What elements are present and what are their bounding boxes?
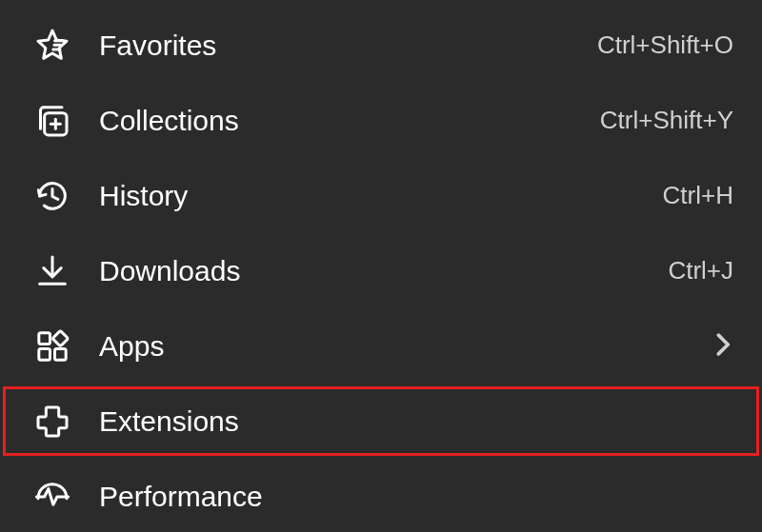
svg-rect-9 bbox=[52, 330, 68, 345]
menu-item-performance[interactable]: Performance bbox=[0, 459, 762, 532]
svg-rect-11 bbox=[55, 348, 67, 360]
menu-item-label: Apps bbox=[99, 330, 714, 363]
menu-item-label: Collections bbox=[99, 105, 600, 137]
menu-item-label: Extensions bbox=[99, 405, 733, 438]
menu-item-extensions[interactable]: Extensions bbox=[0, 384, 762, 459]
menu-item-collections[interactable]: Collections Ctrl+Shift+Y bbox=[0, 83, 762, 158]
menu-item-shortcut: Ctrl+Shift+Y bbox=[600, 106, 733, 135]
menu-item-label: Favorites bbox=[99, 30, 597, 62]
menu-item-shortcut: Ctrl+J bbox=[668, 256, 733, 286]
menu-item-label: Performance bbox=[99, 481, 733, 513]
menu-item-history[interactable]: History Ctrl+H bbox=[0, 158, 762, 233]
menu-item-apps[interactable]: Apps bbox=[0, 308, 762, 384]
svg-rect-8 bbox=[39, 332, 50, 344]
menu-item-label: History bbox=[99, 180, 663, 212]
menu-item-label: Downloads bbox=[99, 255, 668, 287]
performance-icon bbox=[30, 475, 74, 519]
menu-item-shortcut: Ctrl+Shift+O bbox=[597, 30, 733, 60]
favorites-icon bbox=[30, 24, 74, 68]
collections-icon bbox=[30, 99, 74, 143]
chevron-right-icon bbox=[714, 328, 733, 365]
browser-menu: Favorites Ctrl+Shift+O Collections Ctrl+… bbox=[0, 0, 762, 532]
history-icon bbox=[30, 174, 74, 218]
downloads-icon bbox=[30, 249, 74, 293]
menu-item-favorites[interactable]: Favorites Ctrl+Shift+O bbox=[0, 8, 762, 83]
apps-icon bbox=[30, 325, 74, 368]
svg-rect-10 bbox=[39, 348, 50, 360]
menu-item-shortcut: Ctrl+H bbox=[663, 181, 733, 210]
extensions-icon bbox=[30, 400, 74, 443]
menu-item-downloads[interactable]: Downloads Ctrl+J bbox=[0, 233, 762, 308]
